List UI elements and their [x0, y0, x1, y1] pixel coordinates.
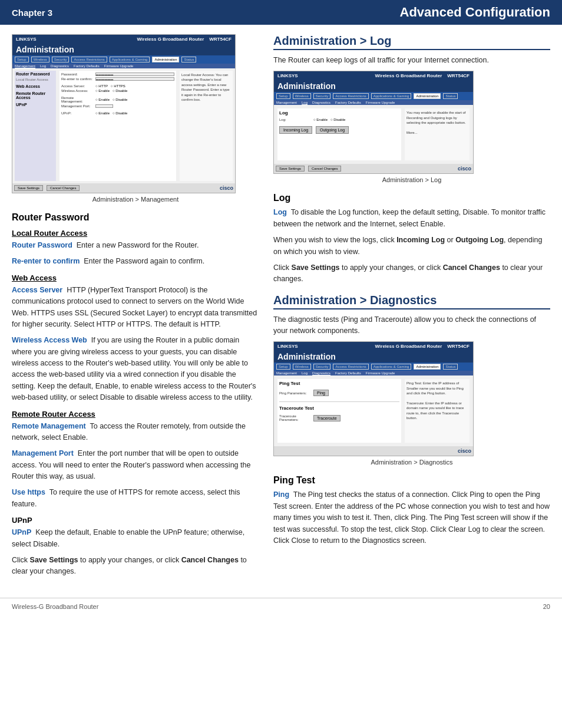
- log-save-desc: Click Save Settings to apply your change…: [273, 262, 550, 285]
- left-column: LINKSYS Wireless G Broadband Router WRT5…: [12, 34, 259, 582]
- use-https-desc: Use https To require the use of HTTPS fo…: [12, 487, 259, 510]
- upnp-term: UPnP: [12, 528, 31, 536]
- access-server-desc: Access Server HTTP (HyperText Transport …: [12, 285, 259, 331]
- router-password-heading: Router Password: [12, 212, 259, 223]
- reenter-text: Enter the Password again to confirm.: [84, 257, 204, 265]
- page-title: Advanced Configuration: [400, 5, 550, 20]
- remote-mgmt-desc: Remote Management To access the Router r…: [12, 421, 259, 444]
- admin-log-intro: The Router can keep logs of all traffic …: [273, 55, 550, 66]
- admin-log-heading: Administration > Log: [273, 34, 550, 50]
- mgmt-port-term: Management Port: [12, 449, 74, 457]
- web-access-heading: Web Access: [12, 274, 259, 282]
- log-text: To disable the Log function, keep the de…: [273, 208, 546, 228]
- footer-page-number: 20: [543, 603, 550, 610]
- ping-desc: Ping The Ping test checks the status of …: [273, 489, 550, 546]
- remote-mgmt-term: Remote Management: [12, 422, 86, 430]
- remote-router-access-heading: Remote Router Access: [12, 410, 259, 419]
- use-https-text: To require the use of HTTPS for remote a…: [12, 488, 240, 508]
- admin-management-caption: Administration > Management: [12, 196, 259, 203]
- header-bar: Chapter 3 Advanced Configuration: [0, 0, 562, 25]
- page-footer: Wireless-G Broadband Router 20: [0, 598, 562, 615]
- page-content: LINKSYS Wireless G Broadband Router WRT5…: [0, 25, 562, 592]
- incoming-outgoing-desc: When you wish to view the logs, click In…: [273, 235, 550, 258]
- admin-diagnostics-heading: Administration > Diagnostics: [273, 294, 550, 309]
- wireless-access-web-desc: Wireless Access Web If you are using the…: [12, 335, 259, 403]
- local-router-access-heading: Local Router Access: [12, 229, 259, 238]
- save-settings-desc: Click Save Settings to apply your change…: [12, 555, 259, 578]
- ping-text: The Ping test checks the status of a con…: [273, 490, 550, 545]
- ping-term: Ping: [273, 490, 289, 499]
- ping-test-heading: Ping Test: [273, 475, 550, 486]
- admin-diagnostics-intro: The diagnostic tests (Ping and Tracerout…: [273, 314, 550, 337]
- log-term: Log: [273, 208, 287, 216]
- wireless-access-web-term: Wireless Access Web: [12, 336, 87, 344]
- log-desc: Log To disable the Log function, keep th…: [273, 207, 550, 230]
- reenter-desc: Re-enter to confirm Enter the Password a…: [12, 256, 259, 267]
- upnp-heading: UPnP: [12, 516, 259, 525]
- use-https-term: Use https: [12, 488, 45, 496]
- admin-diagnostics-screenshot: LINKSYS Wireless G Broadband Router WRT5…: [273, 341, 474, 456]
- footer-product: Wireless-G Broadband Router: [12, 603, 98, 610]
- admin-log-screenshot: LINKSYS Wireless G Broadband Router WRT5…: [273, 71, 474, 174]
- router-password-text: Enter a new Password for the Router.: [77, 241, 199, 249]
- router-password-term: Router Password: [12, 241, 72, 249]
- right-column: Administration > Log The Router can keep…: [273, 34, 550, 582]
- upnp-desc: UPnP Keep the default, Enable to enable …: [12, 527, 259, 550]
- wireless-access-web-text: If you are using the Router in a public …: [12, 336, 256, 401]
- admin-diagnostics-caption: Administration > Diagnostics: [273, 459, 550, 466]
- log-heading: Log: [273, 193, 550, 203]
- admin-management-screenshot: LINKSYS Wireless G Broadband Router WRT5…: [12, 34, 236, 193]
- admin-log-caption: Administration > Log: [273, 176, 550, 183]
- upnp-text: Keep the default, Enable to enable the U…: [12, 528, 244, 548]
- chapter-label: Chapter 3: [12, 8, 52, 18]
- router-password-desc: Router Password Enter a new Password for…: [12, 240, 259, 251]
- access-server-term: Access Server: [12, 286, 62, 294]
- mgmt-port-desc: Management Port Enter the port number th…: [12, 448, 259, 482]
- reenter-term: Re-enter to confirm: [12, 257, 80, 265]
